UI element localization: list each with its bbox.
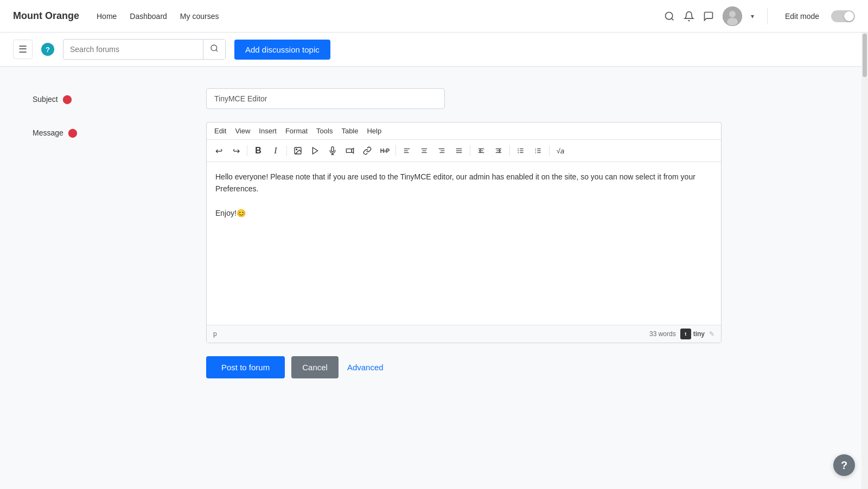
nav-mycourses[interactable]: My courses [180, 12, 219, 21]
toolbar-bullet-list[interactable] [513, 143, 528, 158]
toolbar-sep-5 [509, 145, 510, 156]
notifications-icon[interactable] [684, 11, 694, 22]
hamburger-icon: ☰ [18, 43, 27, 55]
svg-point-0 [665, 12, 672, 19]
tiny-logo: t [680, 329, 691, 339]
nav-right: ▾ Edit mode [664, 7, 855, 26]
edit-mode-toggle[interactable] [831, 10, 855, 22]
toolbar-bold[interactable]: B [251, 143, 266, 158]
toolbar-sep-2 [286, 145, 287, 156]
editor-wrapper: Edit View Insert Format Tools Table Help… [206, 122, 722, 343]
toolbar-align-center[interactable] [417, 143, 432, 158]
scrollbar[interactable] [861, 33, 868, 400]
toolbar-sep-4 [470, 145, 470, 156]
search-button[interactable] [203, 40, 225, 59]
nav-dashboard[interactable]: Dashboard [130, 12, 167, 21]
help-icon-subheader[interactable]: ? [41, 43, 54, 56]
subject-label: Subject ⬤ [33, 88, 206, 104]
toolbar-video[interactable] [342, 143, 358, 158]
toolbar-indent-increase[interactable] [491, 143, 506, 158]
svg-line-6 [216, 50, 218, 52]
toolbar-redo[interactable]: ↪ [228, 143, 244, 158]
toolbar-undo[interactable]: ↩ [211, 143, 226, 158]
menu-edit[interactable]: Edit [211, 125, 229, 137]
editor-content-p1: Hello everyone! Please note that if you … [215, 171, 712, 195]
svg-point-37 [518, 152, 519, 153]
advanced-button[interactable]: Advanced [345, 356, 386, 378]
word-count: 33 words [649, 330, 676, 338]
toolbar-pagebreak[interactable]: H÷P [377, 143, 392, 158]
toolbar-image[interactable] [290, 143, 305, 158]
editor-tag: p [213, 330, 217, 338]
toolbar-formula[interactable]: √a [553, 143, 568, 158]
nav-links: Home Dashboard My courses [97, 12, 664, 21]
editor-toolbar: ↩ ↪ B I [207, 140, 721, 162]
svg-point-8 [296, 149, 297, 150]
menu-help[interactable]: Help [363, 125, 385, 137]
toolbar-numbered-list[interactable]: 1 2 3 [531, 143, 546, 158]
toolbar-align-justify[interactable] [451, 143, 467, 158]
resize-handle[interactable]: ✎ [709, 330, 714, 338]
svg-line-1 [672, 18, 674, 20]
tinymce-brand: t tiny [680, 329, 705, 339]
top-nav: Mount Orange Home Dashboard My courses [0, 0, 868, 33]
menu-insert[interactable]: Insert [256, 125, 280, 137]
svg-point-4 [727, 18, 738, 25]
search-btn-icon [210, 44, 219, 53]
cancel-button[interactable]: Cancel [291, 356, 339, 378]
messages-icon[interactable] [703, 11, 714, 22]
toolbar-microphone[interactable] [325, 143, 340, 158]
search-input[interactable] [63, 41, 203, 58]
edit-mode-label: Edit mode [785, 12, 819, 21]
toolbar-align-left[interactable] [399, 143, 414, 158]
message-row: Message ⬤ Edit View Insert Format Tools … [33, 122, 727, 343]
editor-body[interactable]: Hello everyone! Please note that if you … [207, 162, 721, 325]
nav-divider [767, 8, 768, 24]
menu-view[interactable]: View [232, 125, 253, 137]
menu-table[interactable]: Table [338, 125, 361, 137]
brand-name: Mount Orange [13, 10, 79, 22]
toolbar-sep-1 [247, 145, 247, 156]
action-row: Post to forum Cancel Advanced [33, 356, 727, 378]
svg-point-36 [518, 150, 519, 151]
editor-menubar: Edit View Insert Format Tools Table Help [207, 123, 721, 140]
subject-required-icon: ⬤ [62, 94, 72, 104]
sidebar-toggle[interactable]: ☰ [13, 40, 33, 59]
nav-home[interactable]: Home [97, 12, 117, 21]
svg-marker-9 [312, 147, 317, 154]
menu-format[interactable]: Format [282, 125, 311, 137]
toolbar-italic[interactable]: I [268, 143, 283, 158]
message-label: Message ⬤ [33, 122, 206, 138]
menu-tools[interactable]: Tools [313, 125, 336, 137]
editor-footer: p 33 words t tiny ✎ [207, 325, 721, 343]
toolbar-sep-3 [395, 145, 396, 156]
add-discussion-button[interactable]: Add discussion topic [234, 40, 330, 60]
toolbar-indent-decrease[interactable] [474, 143, 489, 158]
svg-text:3: 3 [535, 152, 536, 154]
subject-row: Subject ⬤ [33, 88, 727, 109]
message-required-icon: ⬤ [68, 127, 78, 138]
search-bar [63, 39, 226, 60]
post-to-forum-button[interactable]: Post to forum [206, 356, 285, 378]
avatar[interactable] [723, 7, 742, 26]
svg-point-35 [518, 149, 519, 150]
svg-rect-12 [346, 149, 352, 153]
toolbar-link[interactable] [360, 143, 375, 158]
toolbar-sep-6 [549, 145, 550, 156]
toolbar-media[interactable] [308, 143, 323, 158]
main-content: Subject ⬤ Message ⬤ Edit View Insert For… [0, 67, 760, 400]
subject-input[interactable] [206, 88, 445, 109]
editor-content-p2: Enjoy!😊 [215, 207, 712, 219]
svg-point-5 [211, 45, 217, 51]
search-icon[interactable] [664, 11, 675, 22]
user-dropdown-icon[interactable]: ▾ [751, 12, 754, 20]
scroll-thumb[interactable] [863, 34, 867, 77]
svg-point-3 [729, 11, 736, 17]
sub-header: ☰ ? Add discussion topic [0, 33, 868, 67]
toolbar-align-right[interactable] [434, 143, 449, 158]
